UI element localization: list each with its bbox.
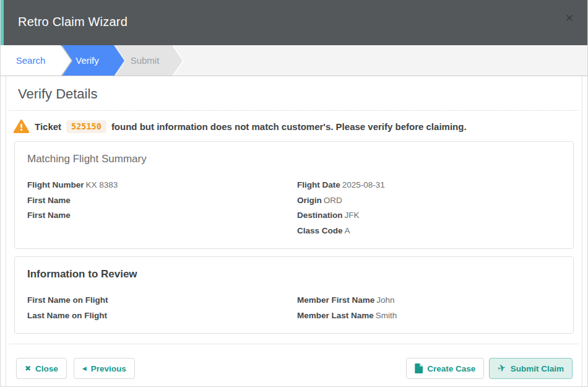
teal-accent-strip	[1, 0, 4, 45]
divider	[9, 110, 579, 111]
information-to-review-panel: Information to Review First Name on Flig…	[14, 256, 574, 334]
submit-claim-button[interactable]: ✈ Submit Claim	[489, 358, 573, 379]
field-row: First Name on Flight	[27, 293, 292, 308]
dialog-body: Verify Details Ticket 525150 found but i…	[6, 76, 582, 387]
left-arrow-icon: ◀	[82, 366, 87, 372]
field-row: Member First NameJohn	[297, 293, 562, 308]
field-label: Member First Name	[297, 295, 374, 305]
field-row: DestinationJFK	[297, 208, 562, 224]
field-value: KX 8383	[86, 180, 118, 189]
dialog-header: Retro Claim Wizard ✕	[1, 0, 587, 45]
field-row: Last Name on Flight	[27, 308, 292, 324]
flight-summary-left-column: Flight NumberKX 8383 First Name First Na…	[26, 178, 292, 238]
field-label: Flight Number	[27, 180, 84, 189]
submit-claim-button-label: Submit Claim	[511, 364, 564, 373]
field-row: Flight NumberKX 8383	[27, 178, 292, 193]
file-icon	[415, 363, 423, 373]
close-icon[interactable]: ✕	[565, 12, 574, 25]
field-row: First Name	[27, 193, 292, 209]
page-title: Verify Details	[18, 86, 578, 102]
close-button-label: Close	[35, 364, 58, 373]
create-case-button[interactable]: Create Case	[406, 358, 484, 379]
field-label: Last Name on Flight	[27, 311, 107, 320]
close-button[interactable]: ✖ Close	[16, 358, 67, 379]
matching-flight-summary-panel: Matching Flight Summary Flight NumberKX …	[14, 141, 574, 249]
field-row: Class CodeA	[297, 224, 562, 239]
flight-summary-right-column: Flight Date2025-08-31 OriginORD Destinat…	[292, 178, 562, 238]
field-row: Member Last NameSmith	[297, 308, 562, 324]
field-row: First Name	[27, 208, 292, 224]
dialog-footer: ✖ Close ◀ Previous Create Case ✈ Submit …	[6, 344, 582, 379]
previous-button-label: Previous	[91, 364, 126, 373]
field-label: Member Last Name	[297, 311, 374, 320]
alert-message: found but information does not match cus…	[111, 121, 467, 132]
field-label: Destination	[297, 211, 343, 220]
field-row: Flight Date2025-08-31	[297, 178, 562, 193]
panel-title: Matching Flight Summary	[27, 153, 562, 165]
ticket-number-badge: 525150	[66, 120, 106, 133]
field-value: ORD	[324, 196, 342, 205]
field-value: Smith	[376, 311, 397, 320]
step-search[interactable]: Search	[1, 45, 61, 76]
panel-title: Information to Review	[27, 268, 562, 280]
warning-alert: Ticket 525150 found but information does…	[13, 119, 578, 134]
review-right-column: Member First NameJohn Member Last NameSm…	[292, 293, 562, 323]
wizard-steps-bar: Search Verify Submit	[1, 45, 587, 76]
warning-triangle-icon	[13, 119, 30, 134]
alert-prefix: Ticket	[35, 121, 61, 132]
field-row: OriginORD	[297, 193, 562, 209]
retro-claim-wizard-dialog: Retro Claim Wizard ✕ Search Verify Submi…	[0, 0, 588, 387]
dialog-title: Retro Claim Wizard	[18, 15, 128, 29]
field-label: First Name on Flight	[27, 295, 108, 305]
field-label: Flight Date	[297, 180, 340, 189]
review-left-column: First Name on Flight Last Name on Flight	[26, 293, 292, 323]
field-label: First Name	[27, 211, 71, 220]
field-label: First Name	[27, 196, 71, 205]
field-label: Origin	[297, 196, 322, 205]
field-value: John	[376, 295, 394, 305]
plane-icon: ✈	[497, 363, 507, 374]
field-value: 2025-08-31	[342, 180, 385, 189]
field-label: Class Code	[297, 226, 343, 235]
previous-button[interactable]: ◀ Previous	[74, 358, 135, 379]
field-value: JFK	[345, 211, 360, 220]
x-icon: ✖	[25, 365, 31, 372]
create-case-button-label: Create Case	[427, 364, 475, 373]
field-value: A	[345, 226, 350, 235]
